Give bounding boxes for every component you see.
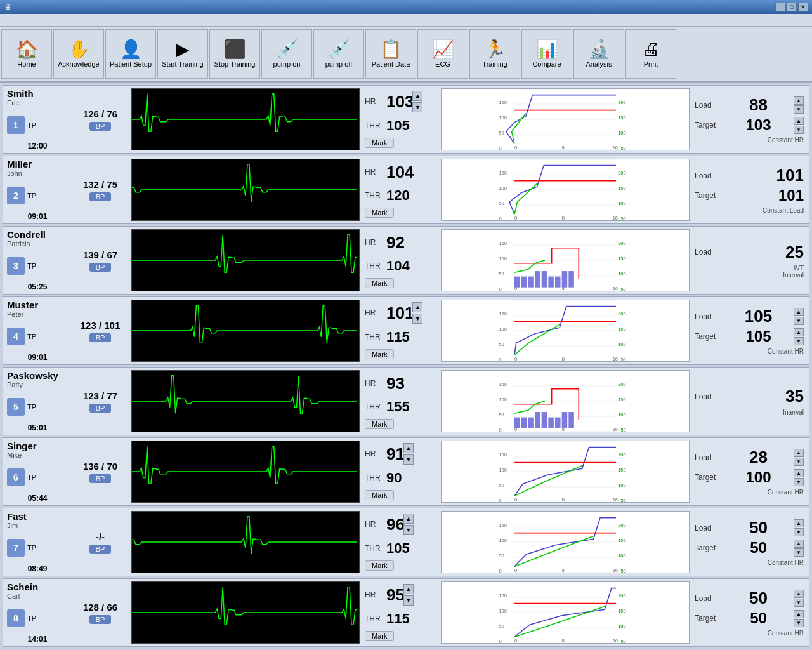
analysis-button[interactable]: 🔬Analysis [573, 29, 624, 79]
target-up-button-4[interactable]: ▲ [794, 328, 804, 336]
load-up-button-4[interactable]: ▲ [794, 308, 804, 316]
start-training-button[interactable]: ▶Start Training [157, 29, 208, 79]
training-button[interactable]: 🏃Training [469, 29, 520, 79]
patient-number-1[interactable]: 1 [7, 116, 25, 134]
svg-rect-57 [528, 277, 534, 288]
target-up-button-1[interactable]: ▲ [794, 117, 804, 125]
svg-text:150: 150 [618, 608, 625, 614]
stop-training-button[interactable]: ⬛Stop Training [209, 29, 260, 79]
target-label-2: Target [695, 191, 723, 200]
patient-setup-button[interactable]: 👤Patient Setup [105, 29, 156, 79]
close-button[interactable]: ✕ [798, 3, 808, 11]
hr-up-button-7[interactable]: ▲ [403, 514, 414, 524]
svg-text:100: 100 [618, 623, 625, 629]
patient-number-2[interactable]: 2 [7, 187, 25, 204]
bp-button-4[interactable]: BP [89, 333, 112, 342]
target-value-6: 100 [745, 468, 771, 486]
load-up-button-6[interactable]: ▲ [794, 449, 804, 457]
load-down-button-4[interactable]: ▼ [794, 317, 804, 325]
svg-text:0: 0 [499, 286, 501, 291]
patient-number-3[interactable]: 3 [7, 257, 25, 275]
mark-button-6[interactable]: Mark [365, 490, 394, 500]
ecg-button[interactable]: 📈ECG [417, 29, 468, 79]
bp-value-1: 126 / 76 [83, 109, 117, 119]
patient-firstname-7: Jim [7, 522, 68, 529]
load-up-button-1[interactable]: ▲ [794, 96, 804, 105]
patient-data-button[interactable]: 📋Patient Data [365, 29, 416, 79]
target-up-button-6[interactable]: ▲ [794, 469, 804, 477]
training-mode-6: Constant HR [695, 489, 804, 496]
mark-button-2[interactable]: Mark [365, 208, 394, 218]
maximize-button[interactable]: □ [787, 3, 797, 11]
hr-down-button-4[interactable]: ▼ [412, 314, 422, 324]
mark-button-5[interactable]: Mark [365, 419, 394, 429]
svg-rect-60 [548, 277, 554, 288]
target-up-button-8[interactable]: ▲ [794, 610, 804, 618]
patient-number-5[interactable]: 5 [7, 398, 25, 416]
hr-up-button-1[interactable]: ▲ [412, 91, 422, 101]
pump-on-label: pump on [273, 60, 301, 68]
hr-up-button-8[interactable]: ▲ [403, 584, 414, 594]
patient-number-4[interactable]: 4 [7, 328, 25, 345]
target-down-button-7[interactable]: ▼ [794, 548, 804, 557]
load-up-button-7[interactable]: ▲ [794, 519, 804, 527]
print-button[interactable]: 🖨Print [625, 29, 676, 79]
minimize-button[interactable]: _ [775, 3, 785, 11]
svg-text:50: 50 [499, 623, 504, 629]
target-down-button-1[interactable]: ▼ [794, 126, 804, 134]
hr-up-button-6[interactable]: ▲ [403, 443, 414, 453]
patient-tp-5: TP [27, 403, 36, 411]
hr-down-button-1[interactable]: ▼ [412, 102, 422, 112]
compare-button[interactable]: 📊Compare [521, 29, 572, 79]
patient-lastname-3: Condrell [7, 229, 68, 240]
target-arrows-8: ▲ ▼ [794, 610, 804, 627]
bp-button-7[interactable]: BP [89, 545, 112, 554]
hr-up-button-4[interactable]: ▲ [412, 302, 422, 312]
target-down-button-6[interactable]: ▼ [794, 478, 804, 486]
load-down-button-1[interactable]: ▼ [794, 105, 804, 114]
mark-button-7[interactable]: Mark [365, 560, 394, 571]
training-mode-2: Constant Load [695, 207, 804, 214]
patient-number-6[interactable]: 6 [7, 468, 25, 486]
mark-button-8[interactable]: Mark [365, 631, 394, 641]
home-button[interactable]: 🏠Home [1, 29, 52, 79]
target-down-button-8[interactable]: ▼ [794, 619, 804, 627]
bp-button-5[interactable]: BP [89, 404, 112, 413]
hr-value-3: 92 [386, 233, 405, 253]
acknowledge-button[interactable]: ✋Acknowledge [53, 29, 104, 79]
mark-button-3[interactable]: Mark [365, 278, 394, 288]
svg-rect-109 [555, 418, 561, 428]
patient-lastname-4: Muster [7, 300, 68, 310]
hr-label-6: HR [365, 449, 383, 458]
bp-button-1[interactable]: BP [89, 122, 112, 131]
patient-number-8[interactable]: 8 [7, 609, 25, 627]
mark-button-4[interactable]: Mark [365, 349, 394, 359]
load-down-button-6[interactable]: ▼ [794, 458, 804, 466]
ecg-display-6 [131, 441, 360, 503]
thr-label-5: THR [365, 402, 383, 411]
load-down-button-7[interactable]: ▼ [794, 528, 804, 536]
patient-tp-2: TP [27, 192, 36, 199]
bp-button-3[interactable]: BP [89, 263, 112, 272]
hr-down-button-6[interactable]: ▼ [403, 454, 414, 465]
bp-button-6[interactable]: BP [89, 474, 112, 483]
hr-down-button-8[interactable]: ▼ [403, 595, 414, 606]
target-label-8: Target [695, 614, 723, 623]
svg-text:150: 150 [618, 256, 625, 262]
pump-off-button[interactable]: 💉pump off [313, 29, 364, 79]
pump-on-button[interactable]: 💉pump on [261, 29, 312, 79]
load-up-button-8[interactable]: ▲ [794, 590, 804, 598]
hr-down-button-7[interactable]: ▼ [403, 525, 414, 535]
bp-button-2[interactable]: BP [89, 192, 112, 201]
patient-lastname-5: Paskowsky [7, 370, 68, 381]
bp-section-4: 123 / 101 BP [72, 298, 129, 363]
bp-button-8[interactable]: BP [89, 615, 112, 624]
target-up-button-7[interactable]: ▲ [794, 540, 804, 548]
patient-number-7[interactable]: 7 [7, 539, 25, 557]
patient-time-8: 14:01 [7, 635, 68, 644]
svg-text:50: 50 [499, 342, 504, 347]
target-down-button-4[interactable]: ▼ [794, 337, 804, 345]
load-down-button-8[interactable]: ▼ [794, 599, 804, 607]
title-bar-controls[interactable]: _ □ ✕ [775, 3, 808, 11]
mark-button-1[interactable]: Mark [365, 138, 394, 148]
